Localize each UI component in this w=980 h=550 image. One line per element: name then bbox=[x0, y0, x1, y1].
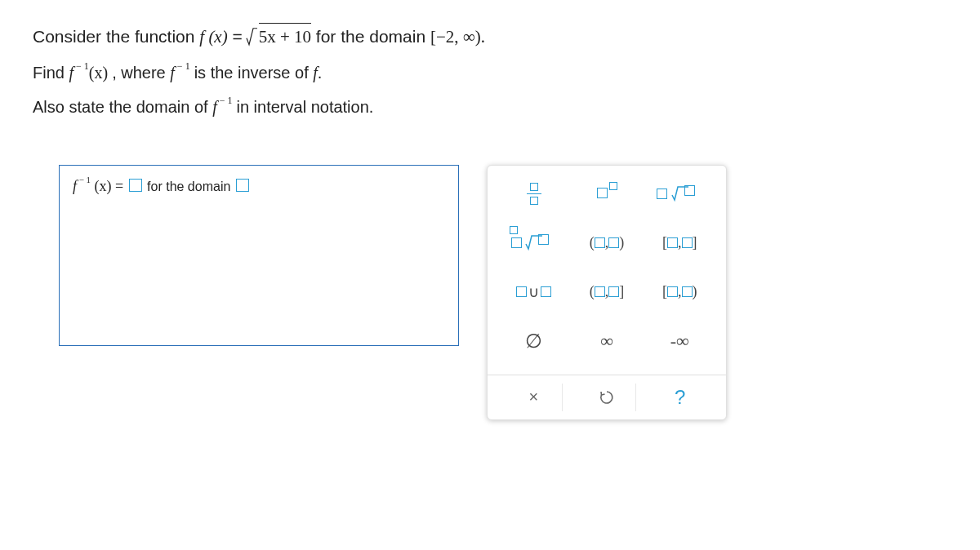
help-icon: ? bbox=[675, 386, 685, 409]
sqrt-icon bbox=[246, 23, 257, 51]
text: Also state the domain of bbox=[33, 98, 212, 116]
text: Consider the function bbox=[33, 27, 199, 46]
close-icon: × bbox=[528, 388, 538, 406]
help-button[interactable]: ? bbox=[652, 384, 709, 411]
for-the-domain-text: for the domain bbox=[147, 180, 234, 193]
open-interval-button[interactable]: (,) bbox=[577, 228, 636, 259]
fx-symbol: f (x) bbox=[199, 27, 227, 47]
domain-blank-input[interactable] bbox=[236, 179, 249, 192]
text: for the domain bbox=[316, 27, 430, 46]
f-inverse-3: f − 1 bbox=[212, 98, 236, 116]
fraction-button[interactable] bbox=[505, 179, 564, 210]
close-button[interactable]: × bbox=[505, 384, 563, 411]
reset-icon bbox=[599, 389, 615, 406]
expression-blank-input[interactable] bbox=[129, 179, 142, 192]
closed-interval-button[interactable]: [,] bbox=[650, 228, 709, 259]
text: , where bbox=[112, 64, 170, 82]
infinity-button[interactable]: ∞ bbox=[577, 326, 636, 357]
text: Find bbox=[33, 64, 69, 82]
sqrt-button[interactable] bbox=[650, 179, 709, 210]
nth-root-button[interactable] bbox=[505, 228, 564, 259]
problem-line-3: Also state the domain of f − 1 in interv… bbox=[33, 95, 947, 119]
answer-input-box[interactable]: f − 1 (x) = for the domain bbox=[59, 165, 459, 346]
radicand: 5x + 10 bbox=[259, 23, 311, 51]
math-palette: (,) [,] ∪ (,] [,) ∅ bbox=[487, 165, 727, 420]
half-open-left-button[interactable]: (,] bbox=[577, 277, 636, 308]
f-inverse-2: f − 1 bbox=[170, 64, 194, 82]
original-domain: [−2, ∞). bbox=[430, 27, 485, 47]
text: in interval notation. bbox=[236, 98, 373, 116]
answer-lhs: f − 1 (x) bbox=[73, 178, 115, 194]
reset-button[interactable] bbox=[578, 384, 636, 411]
neg-infinity-button[interactable]: -∞ bbox=[650, 326, 709, 357]
f-inverse: f − 1(x) bbox=[69, 64, 112, 82]
text: is the inverse of bbox=[194, 64, 314, 82]
problem-line-2: Find f − 1(x) , where f − 1 is the inver… bbox=[33, 60, 947, 85]
half-open-right-button[interactable]: [,) bbox=[650, 277, 709, 308]
exponent-button[interactable] bbox=[577, 179, 636, 210]
equals: = bbox=[115, 178, 127, 194]
empty-set-button[interactable]: ∅ bbox=[505, 326, 564, 357]
equals: = bbox=[233, 27, 243, 46]
sqrt-expr: 5x + 10 bbox=[247, 23, 311, 51]
union-button[interactable]: ∪ bbox=[505, 277, 564, 308]
problem-line-1: Consider the function f (x) = 5x + 10 fo… bbox=[33, 23, 947, 51]
